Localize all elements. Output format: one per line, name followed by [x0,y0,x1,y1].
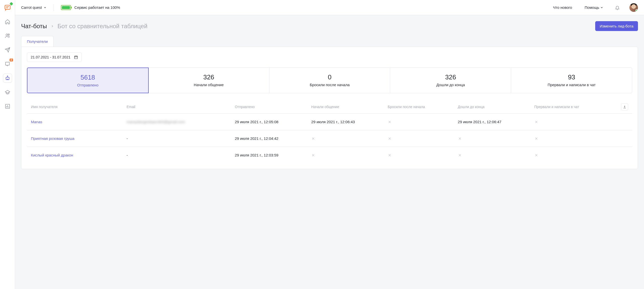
stat-value: 326 [151,73,266,81]
stat-value: 93 [514,73,629,81]
table-cell: Приятная розовая груша [27,130,123,147]
table-cell: 29 июля 2021 г., 12:05:08 [231,114,307,130]
sidebar-item-bots[interactable] [3,74,12,83]
x-icon [534,120,538,124]
topbar: Carrot quest Сервис работает на 100% Что… [15,0,644,15]
svg-point-2 [8,34,9,36]
breadcrumb: Чат-боты Бот со сравнительной таблицей [21,23,147,30]
x-icon [388,153,392,157]
stat-label: Дошли до конца [393,83,508,87]
col-started: Начали общение [307,100,384,114]
svg-rect-6 [74,56,77,59]
date-range-value: 21.07.2021 - 31.07.2021 [31,55,70,59]
tabs: Получатели [15,31,644,47]
table-cell [384,114,454,130]
col-sent: Отправлено [231,100,307,114]
table-cell [454,130,530,147]
col-completed: Дошли до конца [454,100,530,114]
table-cell [530,147,613,164]
edit-bot-button[interactable]: Изменить лид-бота [595,21,638,31]
sidebar-item-knowledge[interactable] [3,88,12,97]
chevron-right-icon [51,24,54,28]
recipient-link[interactable]: Приятная розовая груша [31,136,74,141]
page-header: Чат-боты Бот со сравнительной таблицей И… [15,15,644,31]
chevron-down-icon [44,6,47,9]
svg-rect-0 [5,5,10,9]
table-cell [530,130,613,147]
table-cell: - [123,147,231,164]
help-menu[interactable]: Помощь [585,5,603,10]
download-button[interactable] [621,103,628,110]
stat-label: Бросили после начала [272,83,387,87]
sidebar-item-campaigns[interactable] [3,45,12,54]
conversations-badge: 2 [10,58,13,61]
stat-abandoned[interactable]: 0 Бросили после начала [269,68,390,93]
table-cell: 29 июля 2021 г., 12:06:43 [307,114,384,130]
col-abandoned: Бросили после начала [384,100,454,114]
sidebar: 2 [0,0,15,289]
x-icon [458,153,462,157]
email-blurred: manasbergenbaev303@gmail.com [127,120,185,124]
table-cell: Кислый красный дракон [27,147,123,164]
whats-new-link[interactable]: Что нового [553,5,572,10]
table-cell: Manas [27,114,123,130]
divider [54,4,54,11]
battery-icon [61,5,71,10]
workspace-name: Carrot quest [21,5,42,10]
workspace-switcher[interactable]: Carrot quest [21,5,47,10]
stat-value: 0 [272,73,387,81]
stat-label: Начали общение [151,83,266,87]
stat-value: 326 [393,73,508,81]
notifications-button[interactable] [615,5,620,10]
breadcrumb-current: Бот со сравнительной таблицей [58,23,147,30]
stat-started[interactable]: 326 Начали общение [148,68,269,93]
stat-value: 5618 [30,74,145,81]
stat-label: Отправлено [30,83,145,87]
table-cell: manasbergenbaev303@gmail.com [123,114,231,130]
stat-interrupted[interactable]: 93 Прервали и написали в чат [511,68,632,93]
avatar[interactable] [629,3,638,12]
breadcrumb-root[interactable]: Чат-боты [21,23,47,30]
table-cell [384,147,454,164]
x-icon [311,153,315,157]
recipients-table: Имя получателя Email Отправлено Начали о… [27,100,632,163]
chevron-down-icon [600,6,603,9]
stat-label: Прервали и написали в чат [514,83,629,87]
service-status-text: Сервис работает на 100% [74,5,120,10]
table-cell: 29 июля 2021 г., 12:06:47 [454,114,530,130]
col-email: Email [123,100,231,114]
sidebar-item-users[interactable] [3,31,12,40]
table-cell [307,147,384,164]
sidebar-item-home[interactable] [3,17,12,26]
recipient-link[interactable]: Кислый красный дракон [31,153,73,157]
table-cell: 29 июля 2021 г., 12:04:42 [231,130,307,147]
sidebar-item-reports[interactable] [3,102,12,111]
app-logo[interactable] [3,3,12,12]
date-range-picker[interactable]: 21.07.2021 - 31.07.2021 [27,52,82,62]
recipient-link[interactable]: Manas [31,120,42,124]
svg-point-1 [6,34,8,36]
x-icon [458,137,462,141]
table-row: Приятная розовая груша-29 июля 2021 г., … [27,130,632,147]
stat-completed[interactable]: 326 Дошли до конца [390,68,511,93]
tab-recipients[interactable]: Получатели [21,36,54,47]
stat-sent[interactable]: 5618 Отправлено [27,68,149,93]
content-card: 21.07.2021 - 31.07.2021 5618 Отправлено … [21,47,638,169]
sidebar-item-conversations[interactable]: 2 [3,59,12,69]
col-interrupted: Прервали и написали в чат [530,100,613,114]
table-cell: 29 июля 2021 г., 12:03:59 [231,147,307,164]
table-cell: - [123,130,231,147]
x-icon [534,153,538,157]
table-row: Кислый красный дракон-29 июля 2021 г., 1… [27,147,632,164]
table-cell [307,130,384,147]
col-name: Имя получателя [27,100,123,114]
table-cell [454,147,530,164]
service-status: Сервис работает на 100% [61,5,120,10]
stats-row: 5618 Отправлено 326 Начали общение 0 Бро… [27,68,632,93]
x-icon [311,137,315,141]
svg-point-4 [7,76,8,76]
x-icon [388,120,392,124]
x-icon [534,137,538,141]
calendar-icon [74,55,78,59]
presence-dot [635,9,638,12]
